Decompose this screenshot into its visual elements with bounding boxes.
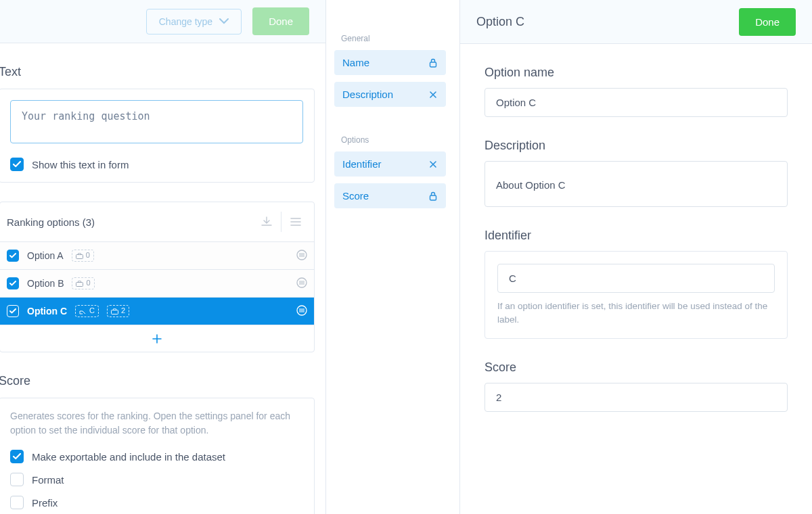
pill-name-label: Name: [342, 57, 369, 68]
score-badge-value: 2: [121, 306, 125, 315]
option-checkbox[interactable]: [7, 277, 19, 289]
format-label: Format: [32, 474, 64, 486]
option-row[interactable]: Option A 0: [0, 241, 314, 269]
show-text-checkbox[interactable]: [10, 158, 24, 171]
right-topbar: Option C Done: [460, 0, 812, 44]
pill-description-label: Description: [342, 89, 393, 100]
identifier-field: Identifier If an option identifier is se…: [484, 229, 788, 339]
description-label: Description: [484, 139, 788, 153]
lock-icon: [428, 58, 438, 68]
options-title: Ranking options (3): [7, 216, 95, 228]
right-title: Option C: [476, 15, 524, 29]
text-section-title: Text: [0, 65, 325, 79]
import-icon[interactable]: [252, 212, 281, 232]
prefix-checkbox[interactable]: [10, 496, 24, 509]
briefcase-icon: [76, 281, 83, 287]
option-row-selected[interactable]: Option C C 2: [0, 297, 314, 325]
menu-icon[interactable]: [281, 212, 310, 232]
svg-rect-7: [430, 195, 436, 200]
option-checkbox[interactable]: [7, 250, 19, 262]
identifier-hint: If an option identifier is set, this ide…: [497, 300, 775, 327]
options-heading: Options: [334, 133, 451, 151]
add-option-button[interactable]: [0, 325, 314, 352]
format-row: Format: [10, 473, 303, 486]
close-icon[interactable]: [428, 160, 438, 169]
left-body: Text Show this text in form Ranking opti…: [0, 43, 325, 514]
left-panel: Change type Done Text Show this: [0, 0, 326, 514]
option-name-field: Option name: [484, 66, 788, 117]
right-body: Option name Description Identifier If an…: [460, 44, 812, 434]
left-topbar: Change type Done: [0, 0, 325, 43]
score-input[interactable]: [484, 383, 788, 412]
score-badge: 0: [72, 277, 94, 289]
score-card: Generates scores for the ranking. Open t…: [0, 398, 315, 514]
score-badge: 2: [107, 305, 129, 317]
format-checkbox[interactable]: [10, 473, 24, 486]
prefix-label: Prefix: [32, 497, 58, 509]
svg-rect-4: [112, 310, 118, 314]
identifier-badge-value: C: [89, 306, 95, 315]
exportable-row: Make exportable and include in the datas…: [10, 450, 303, 463]
score-section-title: Score: [0, 374, 315, 388]
option-name-label: Option name: [484, 66, 788, 80]
score-badge: 0: [72, 250, 94, 261]
score-label: Score: [484, 360, 788, 375]
pill-score[interactable]: Score: [334, 183, 446, 208]
pill-description[interactable]: Description: [334, 82, 446, 107]
svg-rect-6: [430, 62, 436, 67]
row-settings-icon[interactable]: [296, 305, 307, 318]
app-root: Change type Done Text Show this: [0, 0, 812, 514]
score-field: Score: [484, 360, 788, 412]
option-checkbox[interactable]: [7, 305, 19, 317]
option-label: Option A: [27, 250, 64, 261]
pill-score-label: Score: [342, 190, 369, 202]
right-done-button[interactable]: Done: [739, 8, 796, 36]
prefix-row: Prefix: [10, 496, 303, 509]
briefcase-icon: [76, 253, 83, 259]
show-text-row: Show this text in form: [10, 158, 303, 171]
pill-name[interactable]: Name: [334, 50, 446, 75]
option-label: Option C: [27, 306, 67, 317]
options-card: Ranking options (3): [0, 202, 315, 352]
svg-rect-2: [76, 282, 83, 286]
row-settings-icon[interactable]: [296, 277, 307, 290]
score-badge-value: 0: [86, 251, 90, 260]
change-type-button[interactable]: Change type: [146, 9, 242, 34]
question-input[interactable]: [10, 100, 303, 143]
exportable-label: Make exportable and include in the datas…: [32, 451, 225, 463]
identifier-input[interactable]: [497, 264, 775, 293]
property-sidebar: General Name Description Options Identif…: [326, 0, 460, 514]
tag-icon: [79, 308, 87, 314]
option-label: Option B: [27, 278, 64, 289]
text-card: Show this text in form: [0, 89, 315, 183]
description-input[interactable]: [484, 161, 788, 207]
show-text-label: Show this text in form: [32, 159, 129, 170]
identifier-box: If an option identifier is set, this ide…: [484, 251, 788, 339]
left-done-label: Done: [269, 16, 293, 27]
plus-icon: [152, 333, 162, 344]
change-type-label: Change type: [159, 16, 212, 27]
exportable-checkbox[interactable]: [10, 450, 24, 463]
chevron-down-icon: [219, 18, 229, 24]
description-field: Description: [484, 139, 788, 207]
lock-icon: [428, 191, 438, 201]
right-panel: Option C Done Option name Description Id…: [460, 0, 812, 514]
identifier-badge: C: [75, 305, 99, 317]
general-heading: General: [334, 31, 451, 50]
close-icon[interactable]: [428, 90, 438, 99]
option-name-input[interactable]: [484, 88, 788, 117]
score-badge-value: 0: [86, 279, 90, 287]
identifier-label: Identifier: [484, 229, 788, 243]
pill-identifier[interactable]: Identifier: [334, 151, 446, 177]
options-header: Ranking options (3): [0, 202, 314, 241]
pill-identifier-label: Identifier: [342, 158, 382, 170]
score-help: Generates scores for the ranking. Open t…: [10, 409, 303, 438]
row-settings-icon[interactable]: [296, 250, 307, 262]
left-done-button[interactable]: Done: [252, 7, 309, 35]
option-row[interactable]: Option B 0: [0, 269, 314, 297]
svg-rect-0: [76, 254, 83, 258]
options-header-icons: [252, 212, 310, 232]
briefcase-icon: [111, 308, 118, 314]
right-done-label: Done: [755, 16, 780, 28]
